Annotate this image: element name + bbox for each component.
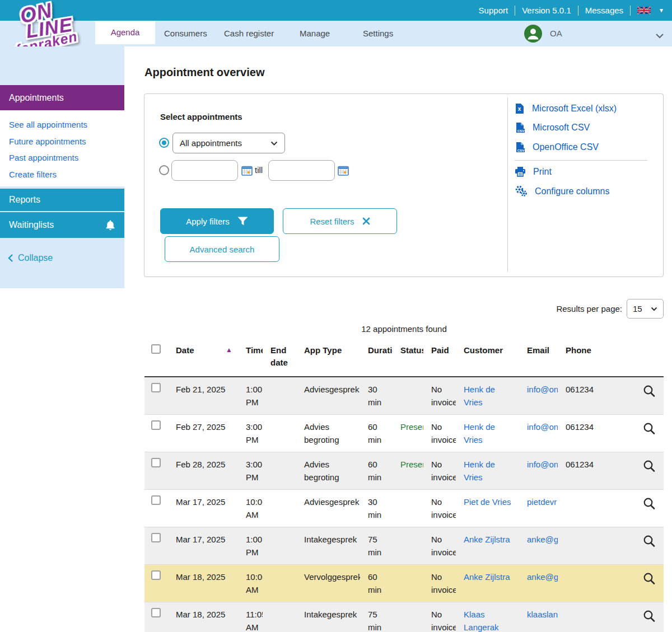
row-checkbox[interactable] [151,383,161,392]
results-per-page-select[interactable]: 15 [627,299,664,319]
email-link[interactable]: anke@gm [527,570,558,583]
top-bar-links: Support Version 5.0.1 Messages ▼ [479,0,664,21]
row-view-button[interactable] [633,377,664,414]
row-checkbox[interactable] [151,495,161,505]
magnifier-icon[interactable] [643,465,656,474]
magnifier-icon[interactable] [643,502,656,512]
row-checkbox[interactable] [151,570,161,580]
sidebar-collapse-button[interactable]: Collapse [8,253,53,263]
row-checkbox[interactable] [151,458,161,467]
column-header-duration[interactable]: Duration [360,339,393,376]
column-header-phone[interactable]: Phone [558,339,633,376]
radio-date-range[interactable] [159,165,169,175]
cell-end_date [263,377,296,414]
column-header-paid[interactable]: Paid [423,339,456,376]
calendar-icon[interactable] [241,166,253,176]
csv-icon: CSV [515,122,525,133]
customer-link[interactable]: Henk de Vries [464,458,513,484]
cell-end_date [263,602,296,632]
uk-flag-icon[interactable] [637,6,651,15]
cell-app_type: Adviesgesprek [296,490,360,527]
row-view-button[interactable] [633,565,664,602]
language-caret-icon[interactable]: ▼ [659,7,664,13]
nav-tab-settings[interactable]: Settings [363,21,393,46]
nav-tab-cash-register[interactable]: Cash register [224,21,274,46]
customer-link[interactable]: Henk de Vries [464,420,513,446]
nav-tab-agenda[interactable]: Agenda [95,21,155,44]
funnel-icon [237,217,248,226]
apply-filters-button[interactable]: Apply filters [160,208,274,234]
version-link[interactable]: Version 5.0.1 [522,6,571,15]
cell-duration: 60 min [360,452,393,489]
email-link[interactable]: anke@gm [527,533,558,546]
customer-link[interactable]: Henk de Vries [464,383,513,409]
cell-customer: Henk de Vries [456,415,519,452]
magnifier-icon[interactable] [643,577,656,587]
magnifier-icon[interactable] [643,427,656,437]
email-link[interactable]: klaaslan [527,608,558,621]
column-header-app_type[interactable]: App Type [296,339,360,376]
customer-link[interactable]: Piet de Vries [464,495,513,508]
column-header-email[interactable]: Email [519,339,558,376]
export-microsoft-csv-link[interactable]: CSV Microsoft CSV [515,122,590,133]
user-avatar-icon[interactable] [524,25,542,43]
print-link[interactable]: Print [515,166,552,177]
row-checkbox[interactable] [151,608,161,617]
divider [515,160,647,161]
row-view-button[interactable] [633,602,664,632]
print-icon [515,166,526,177]
nav-tab-consumers[interactable]: Consumers [164,21,207,46]
row-view-button[interactable] [633,490,664,527]
customer-link[interactable]: Anke Zijlstra [464,533,513,546]
configure-columns-label: Configure columns [535,186,609,196]
divider [515,6,515,16]
appointment-overview-page: Support Version 5.0.1 Messages ▼ Agenda … [0,0,672,632]
magnifier-icon[interactable] [643,390,656,399]
row-checkbox[interactable] [151,420,161,430]
radio-all-appointments[interactable] [159,138,169,148]
appointments-filter-select[interactable]: All appointments [172,133,285,153]
customer-link[interactable]: Klaas Langerak [464,608,513,632]
user-initials[interactable]: OA [550,21,562,46]
email-link[interactable]: pietdevr [527,495,558,508]
row-view-button[interactable] [633,452,664,489]
magnifier-icon[interactable] [643,615,656,624]
support-link[interactable]: Support [479,6,508,15]
sidebar-item-waitinglists[interactable]: Waitinglists [0,212,124,238]
email-link[interactable]: info@onl [527,458,558,471]
sidebar-item-see-all-appointments[interactable]: See all appointments [9,120,87,129]
chevron-down-icon[interactable] [655,31,664,41]
advanced-search-button[interactable]: Advanced search [165,236,279,262]
csv-icon: CSV [515,142,525,153]
column-header-time[interactable]: Time [238,339,263,376]
date-from-input[interactable] [171,160,238,181]
email-link[interactable]: info@onl [527,383,558,396]
select-all-checkbox[interactable] [151,344,161,354]
nav-tab-manage[interactable]: Manage [300,21,330,46]
magnifier-icon[interactable] [643,540,656,549]
column-header-date[interactable]: Date▲ [168,339,238,376]
column-header-status[interactable]: Status [393,339,423,376]
cell-customer: Anke Zijlstra [456,527,519,564]
export-excel-link[interactable]: x Microsoft Excel (xlsx) [515,103,617,114]
column-header-customer[interactable]: Customer [456,339,519,376]
column-header-end_date[interactable]: End date [263,339,296,376]
row-checkbox[interactable] [151,533,161,542]
row-view-button[interactable] [633,415,664,452]
email-link[interactable]: info@onl [527,420,558,433]
row-view-button[interactable] [633,527,664,564]
reset-filters-button[interactable]: Reset filters [283,208,397,234]
calendar-icon[interactable] [338,166,349,176]
cell-app_type: Advies begroting [296,415,360,452]
sidebar-item-future-appointments[interactable]: Future appointments [9,137,86,146]
date-to-input[interactable] [268,160,335,181]
print-label: Print [533,167,552,177]
sidebar-item-reports[interactable]: Reports [0,189,124,211]
cell-phone [558,602,633,632]
export-openoffice-csv-link[interactable]: CSV OpenOffice CSV [515,142,599,153]
messages-link[interactable]: Messages [585,6,623,15]
customer-link[interactable]: Anke Zijlstra [464,570,513,583]
sidebar-item-past-appointments[interactable]: Past appointments [9,153,78,162]
sidebar-item-create-filters[interactable]: Create filters [9,170,57,179]
configure-columns-link[interactable]: Configure columns [515,185,609,197]
